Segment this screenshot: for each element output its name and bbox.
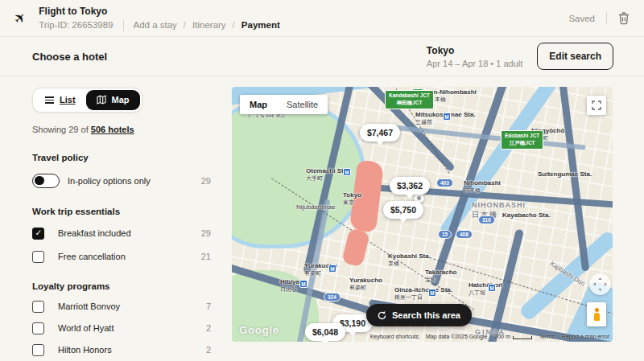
metro-icon: M — [443, 113, 451, 121]
hyatt-label: World of Hyatt — [58, 323, 114, 333]
all-hotels-link[interactable]: 506 hotels — [91, 125, 134, 134]
filters-sidebar: List Map Showing 29 of 506 hotels Travel… — [32, 88, 211, 361]
google-logo[interactable]: Google — [239, 324, 279, 336]
free-cancellation-count: 21 — [201, 252, 211, 261]
results-count-text: Showing 29 of — [32, 125, 89, 134]
map-label-hibiya: Hibiya日比谷 — [280, 278, 299, 293]
marriott-checkbox[interactable] — [32, 301, 44, 313]
edit-search-button[interactable]: Edit search — [537, 43, 613, 70]
list-icon — [45, 95, 54, 105]
metro-icon: M — [299, 280, 308, 288]
map-type-map-button[interactable]: Map — [240, 100, 277, 109]
report-map-error-link[interactable]: Report a map error — [562, 334, 609, 339]
map-icon — [97, 95, 106, 105]
breadcrumb-separator: / — [184, 20, 186, 30]
search-header: Choose a hotel Tokyo Apr 14 – Apr 18 • 1… — [0, 37, 644, 76]
trip-title: Flight to Tokyo — [39, 6, 280, 17]
map-canvas[interactable]: Chiyoda City千代田区 Otemachi Sta.大手町 Shin-N… — [232, 87, 613, 342]
pan-control[interactable] — [589, 273, 611, 295]
free-cancellation-label: Free cancellation — [58, 252, 126, 261]
metro-icon: M — [343, 168, 351, 176]
in-policy-count: 29 — [201, 176, 211, 186]
metro-icon: M — [328, 265, 336, 273]
search-this-area-label: Search this area — [392, 310, 460, 320]
map-type-control: Map Satellite — [240, 95, 328, 114]
refresh-icon — [378, 311, 386, 320]
hilton-label: Hilton Honors — [58, 345, 112, 355]
metro-icon: M — [488, 284, 496, 292]
free-cancellation-checkbox[interactable] — [32, 251, 44, 263]
search-this-area-button[interactable]: Search this area — [366, 304, 472, 326]
map-label-kayabacho: Kayabacho Sta. — [502, 211, 551, 219]
map-type-satellite-button[interactable]: Satellite — [277, 100, 328, 109]
list-view-button[interactable]: List — [35, 90, 86, 110]
price-marker[interactable]: $3,362 — [390, 177, 430, 195]
pegman-icon — [593, 308, 600, 321]
hyatt-checkbox[interactable] — [32, 322, 44, 334]
in-policy-toggle[interactable] — [32, 174, 60, 188]
dates-occupancy: Apr 14 – Apr 18 • 1 adult — [427, 59, 522, 68]
breadcrumb-payment[interactable]: Payment — [242, 20, 280, 30]
breadcrumb-itinerary[interactable]: Itinerary — [192, 20, 226, 30]
pan-arrows-icon — [589, 273, 611, 295]
map-attribution: Keyboard shortcuts Map data ©2025 Google… — [370, 334, 609, 339]
divider — [606, 12, 607, 24]
price-marker[interactable]: $6,048 — [305, 323, 345, 341]
breadcrumb-separator: / — [233, 20, 235, 30]
hilton-checkbox[interactable] — [32, 344, 44, 356]
divider — [123, 19, 124, 31]
trip-id: Trip-ID: 26653989 — [39, 20, 113, 30]
destination: Tokyo — [427, 45, 522, 56]
hilton-count: 2 — [206, 345, 211, 355]
route-shield-403: 403 — [436, 178, 453, 187]
route-shield-408: 408 — [456, 230, 473, 239]
view-toggle: List Map — [32, 88, 142, 113]
hyatt-count: 2 — [206, 323, 211, 333]
work-trip-heading: Work trip essentials — [32, 207, 211, 216]
map-label-ginza-itchome: Ginza-itchome Sta.銀座一丁目 — [394, 286, 452, 302]
jct-sign-edobashi: Edobashi JCT江戸橋JCT — [501, 130, 543, 150]
filter-row-marriott: Marriott Bonvoy 7 — [32, 301, 211, 313]
map-view-button[interactable]: Map — [86, 90, 140, 110]
in-policy-filter-row: In-policy options only 29 — [32, 174, 211, 188]
map-label-nijubashimae: Nijubashimae — [296, 203, 335, 211]
filter-row-breakfast: Breakfast included 29 — [32, 228, 211, 240]
map-label-kyobashi: Kyobashi Sta.京橋 — [388, 252, 431, 268]
breadcrumb-add-a-stay[interactable]: Add a stay — [134, 20, 177, 30]
map-view-label: Map — [112, 95, 130, 105]
search-summary: Tokyo Apr 14 – Apr 18 • 1 adult — [427, 45, 522, 68]
trash-icon[interactable] — [618, 12, 630, 25]
trip-block: Flight to Tokyo Trip-ID: 26653989 Add a … — [39, 6, 280, 31]
breakfast-label: Breakfast included — [58, 228, 131, 238]
page-title: Choose a hotel — [32, 51, 107, 63]
filter-row-hilton: Hilton Honors 2 — [32, 344, 211, 356]
breakfast-count: 29 — [201, 228, 211, 238]
map-label-yurakucho-2: Yurakucho有楽町 — [349, 277, 382, 292]
fullscreen-button[interactable] — [587, 96, 606, 115]
map-label-tokyo: Tokyo東京 — [343, 191, 361, 207]
breakfast-checkbox[interactable] — [32, 228, 44, 240]
pegman-control[interactable] — [587, 302, 606, 326]
breadcrumb: Add a stay / Itinerary / Payment — [134, 20, 280, 30]
map-label-suitengumae: Suitengumae Sta. — [538, 170, 592, 178]
in-policy-label: In-policy options only — [68, 176, 151, 186]
jct-sign-kandabashi: Kandabashi JCT神田橋JCT — [385, 90, 434, 109]
terms-link[interactable]: Terms — [539, 334, 555, 339]
map-scale: 200 m — [494, 334, 531, 339]
map-label-nihombashi-sta: Nihombashi日本橋 — [464, 179, 501, 195]
fullscreen-icon — [592, 101, 601, 110]
price-marker[interactable]: $5,750 — [383, 201, 423, 219]
map-data-credit: Map data ©2025 Google — [426, 334, 487, 339]
price-marker[interactable]: $7,467 — [360, 124, 400, 142]
results-summary: Showing 29 of 506 hotels — [32, 125, 211, 134]
marriott-count: 7 — [206, 302, 211, 311]
keyboard-shortcuts-link[interactable]: Keyboard shortcuts — [370, 334, 419, 339]
airplane-icon: ✈ — [10, 8, 31, 28]
route-shield-324: 324 — [324, 293, 341, 302]
top-bar: ✈ Flight to Tokyo Trip-ID: 26653989 Add … — [0, 0, 644, 37]
travel-policy-heading: Travel policy — [32, 153, 211, 162]
marriott-label: Marriott Bonvoy — [58, 302, 120, 311]
list-view-label: List — [60, 95, 76, 105]
filter-row-hyatt: World of Hyatt 2 — [32, 322, 211, 334]
route-shield-316: 316 — [478, 215, 495, 224]
